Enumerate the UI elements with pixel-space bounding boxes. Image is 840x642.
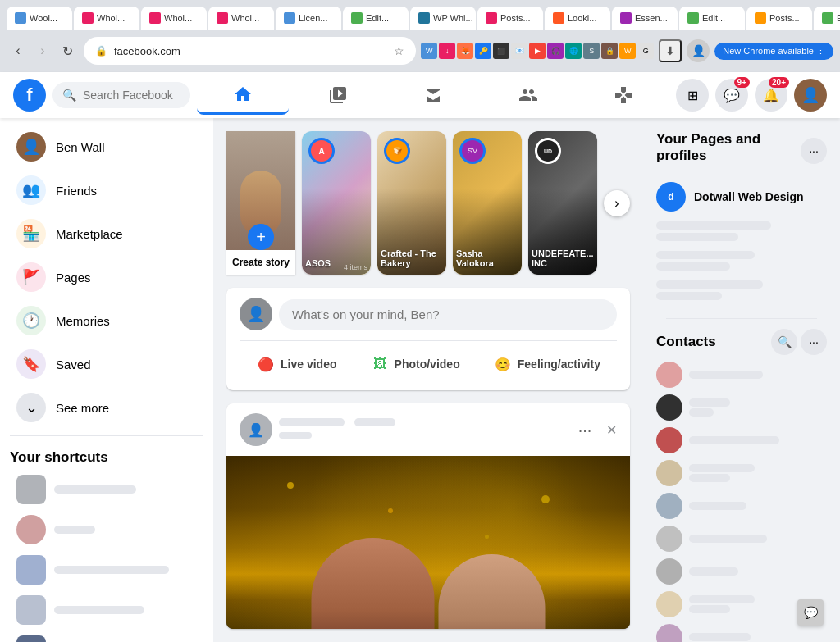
notifications-button[interactable]: 🔔 20+ xyxy=(755,79,788,112)
tab-bar: Wool... Whol... Whol... Whol... Licen...… xyxy=(0,0,840,30)
ext-icon-7[interactable]: ▶ xyxy=(529,43,546,59)
contact-item-7[interactable] xyxy=(656,555,827,588)
nav-right: ⊞ 💬 9+ 🔔 20+ 👤 xyxy=(676,79,827,112)
shortcut-item-5[interactable] xyxy=(7,631,207,642)
sidebar-item-saved[interactable]: 🔖 Saved xyxy=(7,343,207,385)
contacts-more-button[interactable]: ··· xyxy=(801,329,827,355)
page-name-dotwall: Dotwall Web Design xyxy=(694,190,804,203)
shortcut-item-2[interactable] xyxy=(7,510,207,549)
contact-item-3[interactable] xyxy=(656,424,827,457)
post-input[interactable] xyxy=(279,299,617,330)
sidebar-item-pages[interactable]: 🚩 Pages xyxy=(7,256,207,298)
tab-13[interactable]: Edit... xyxy=(814,7,840,30)
ext-icon-8[interactable]: 🎧 xyxy=(547,43,564,59)
page-item-dotwall[interactable]: d Dotwall Web Design xyxy=(656,177,827,216)
sidebar-item-marketplace[interactable]: 🏪 Marketplace xyxy=(7,212,207,255)
story-card-asos[interactable]: A ASOS 4 items xyxy=(302,131,371,275)
live-video-button[interactable]: 🔴 Live video xyxy=(246,348,346,380)
shortcut-item-3[interactable] xyxy=(7,550,207,590)
shortcut-item-4[interactable] xyxy=(7,590,207,630)
user-name: Ben Wall xyxy=(56,140,104,154)
sidebar-item-see-more[interactable]: ⌄ See more xyxy=(7,386,207,429)
tab-3[interactable]: Whol... xyxy=(141,7,207,30)
sidebar-item-friends[interactable]: 👥 Friends xyxy=(7,169,207,212)
tab-1[interactable]: Wool... xyxy=(7,7,72,30)
nav-home-button[interactable] xyxy=(197,75,289,115)
contact-item-6[interactable] xyxy=(656,522,827,555)
ext-icon-13[interactable]: G xyxy=(637,43,654,59)
ext-icon-1[interactable]: W xyxy=(421,43,437,59)
tab-11[interactable]: Edit... xyxy=(679,7,745,30)
story-card-undefeated[interactable]: UD UNDEFEATE... INC xyxy=(528,131,597,275)
tab-8[interactable]: Posts... xyxy=(477,7,543,30)
post-divider xyxy=(240,340,617,341)
new-chrome-button[interactable]: New Chrome available ⋮ xyxy=(714,43,833,60)
ext-icon-3[interactable]: 🦊 xyxy=(457,43,473,59)
nav-groups-button[interactable] xyxy=(482,75,574,115)
sidebar-item-memories[interactable]: 🕐 Memories xyxy=(7,299,207,342)
tab-2[interactable]: Whol... xyxy=(74,7,139,30)
user-avatar-nav[interactable]: 👤 xyxy=(794,79,827,112)
address-bar[interactable]: 🔒 facebook.com ☆ xyxy=(84,37,416,65)
search-bar[interactable]: 🔍 xyxy=(52,82,190,108)
ext-icon-5[interactable]: ⬛ xyxy=(493,43,509,59)
contact-item-4[interactable] xyxy=(656,457,827,489)
story-card-sasha[interactable]: SV Sasha Valokora xyxy=(453,131,522,275)
apps-button[interactable]: ⊞ xyxy=(676,79,709,112)
pages-more-button[interactable]: ··· xyxy=(801,138,827,164)
shortcut-label-1 xyxy=(54,485,136,494)
sidebar-item-user[interactable]: 👤 Ben Wall xyxy=(7,125,207,168)
ext-icon-2[interactable]: ↓ xyxy=(439,43,455,59)
post-author-info xyxy=(279,417,564,443)
download-icon[interactable]: ⬇ xyxy=(659,39,682,62)
tab-5[interactable]: Licen... xyxy=(276,7,341,30)
reload-button[interactable]: ↻ xyxy=(56,39,79,62)
ext-icon-11[interactable]: 🔒 xyxy=(601,43,618,59)
tab-10[interactable]: Essen... xyxy=(612,7,678,30)
chat-button[interactable]: 💬 xyxy=(797,599,824,626)
ext-icon-4[interactable]: 🔑 xyxy=(475,43,491,59)
tab-12[interactable]: Posts... xyxy=(746,7,812,30)
back-button[interactable]: ‹ xyxy=(7,39,30,62)
user-profile-icon[interactable]: 👤 xyxy=(687,39,710,62)
nav-video-button[interactable] xyxy=(292,75,384,115)
story-card-crafted[interactable]: 🍞 Crafted - The Bakery xyxy=(377,131,446,275)
post-actions: 🔴 Live video 🖼 Photo/video 😊 Feeling/act… xyxy=(240,348,617,380)
stories-next-button[interactable]: › xyxy=(604,131,630,275)
photo-video-button[interactable]: 🖼 Photo/video xyxy=(360,348,470,380)
tab-6[interactable]: Edit... xyxy=(343,7,409,30)
tab-9[interactable]: Looki... xyxy=(545,7,610,30)
contact-item-5[interactable] xyxy=(656,489,827,522)
ext-icon-12[interactable]: W xyxy=(619,43,636,59)
contacts-search-button[interactable]: 🔍 xyxy=(771,329,797,355)
star-icon[interactable]: ☆ xyxy=(394,44,404,57)
ext-icon-6[interactable]: 📧 xyxy=(511,43,527,59)
contact-avatar-8 xyxy=(656,591,682,617)
lock-icon: 🔒 xyxy=(95,45,107,57)
create-story-card[interactable]: + Create story xyxy=(226,131,295,275)
messenger-button[interactable]: 💬 9+ xyxy=(715,79,748,112)
post-more-button[interactable]: ··· xyxy=(570,415,600,444)
contact-item-1[interactable] xyxy=(656,358,827,391)
feeling-icon: 😊 xyxy=(493,354,513,374)
ext-icon-9[interactable]: 🌐 xyxy=(565,43,582,59)
nav-gaming-button[interactable] xyxy=(578,75,669,115)
ext-icon-10[interactable]: S xyxy=(583,43,600,59)
post-image xyxy=(226,456,630,629)
facebook-nav: f 🔍 ⊞ 💬 9+ xyxy=(0,72,840,118)
nav-marketplace-button[interactable] xyxy=(387,75,479,115)
tab-4[interactable]: Whol... xyxy=(208,7,274,30)
notifications-badge: 20+ xyxy=(769,77,789,88)
shortcut-item-1[interactable] xyxy=(7,470,207,509)
tab-7[interactable]: WP Whi... xyxy=(410,7,476,30)
search-input[interactable] xyxy=(83,89,180,102)
sidebar-divider xyxy=(10,435,203,436)
shortcut-thumb-3 xyxy=(16,555,46,585)
contact-item-2[interactable] xyxy=(656,391,827,424)
shortcut-thumb-4 xyxy=(16,595,46,625)
contact-avatar-3 xyxy=(656,427,682,453)
shortcuts-title: Your shortcuts xyxy=(0,443,213,469)
forward-button[interactable]: › xyxy=(31,39,54,62)
post-close-button[interactable]: ✕ xyxy=(606,422,617,438)
feeling-button[interactable]: 😊 Feeling/activity xyxy=(483,348,610,380)
